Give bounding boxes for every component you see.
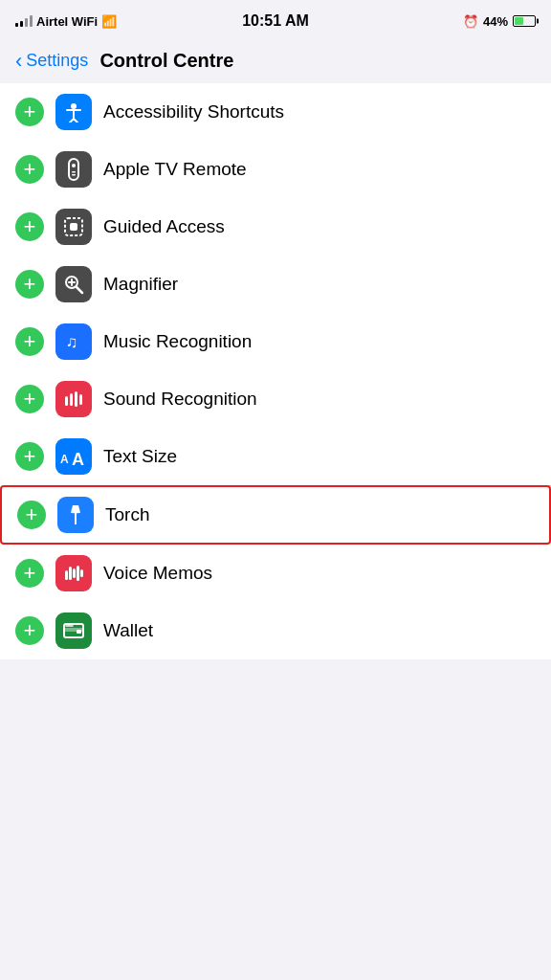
icon-accessibility-shortcuts (55, 94, 92, 130)
item-label-accessibility-shortcuts: Accessibility Shortcuts (103, 101, 284, 122)
item-label-torch: Torch (105, 504, 149, 525)
add-button-sound-recognition[interactable]: + (15, 385, 44, 413)
item-label-guided-access: Guided Access (103, 216, 225, 237)
carrier-label: Airtel WiFi (36, 14, 98, 29)
list-item: + Guided Access (0, 198, 551, 256)
svg-rect-12 (65, 396, 68, 406)
status-time: 10:51 AM (242, 12, 309, 30)
svg-rect-14 (75, 391, 77, 407)
svg-rect-18 (65, 570, 68, 580)
item-label-voice-memos: Voice Memos (103, 563, 212, 584)
add-button-torch[interactable]: + (17, 501, 46, 529)
icon-text-size: A A (55, 438, 92, 475)
alarm-icon: ⏰ (463, 14, 478, 29)
back-button[interactable]: ‹ Settings (15, 51, 88, 72)
svg-rect-21 (77, 566, 79, 581)
item-label-apple-tv-remote: Apple TV Remote (103, 159, 247, 180)
add-button-voice-memos[interactable]: + (15, 559, 44, 588)
item-label-sound-recognition: Sound Recognition (103, 389, 257, 410)
item-label-magnifier: Magnifier (103, 274, 178, 295)
item-label-wallet: Wallet (103, 620, 153, 641)
icon-apple-tv-remote (55, 151, 92, 188)
status-bar: Airtel WiFi 📶 10:51 AM ⏰ 44% (0, 0, 551, 42)
svg-rect-3 (72, 171, 76, 173)
page-title: Control Centre (99, 50, 233, 72)
item-label-music-recognition: Music Recognition (103, 331, 252, 352)
svg-text:♫: ♫ (66, 333, 78, 351)
svg-point-2 (72, 164, 76, 167)
list-item: + Voice Memos (0, 545, 551, 602)
list-item: + Magnifier (0, 256, 551, 313)
signal-icon (15, 15, 33, 27)
icon-voice-memos (55, 555, 92, 591)
icon-magnifier (55, 266, 92, 302)
icon-wallet (55, 612, 92, 649)
list-item-torch: + Torch (0, 485, 551, 545)
add-button-music-recognition[interactable]: + (15, 327, 44, 356)
svg-rect-1 (69, 159, 78, 180)
svg-text:A: A (72, 450, 84, 467)
settings-list: + Accessibility Shortcuts + Apple TV Rem… (0, 83, 551, 659)
icon-torch (57, 497, 94, 533)
wifi-icon: 📶 (101, 14, 117, 29)
list-item: + Sound Recognition (0, 370, 551, 428)
list-item: + Accessibility Shortcuts (0, 83, 551, 141)
list-item: + A A Text Size (0, 428, 551, 485)
list-item: + Apple TV Remote (0, 141, 551, 198)
chevron-left-icon: ‹ (15, 51, 22, 72)
back-label: Settings (26, 51, 88, 71)
item-label-text-size: Text Size (103, 446, 177, 467)
list-item: + Wallet (0, 602, 551, 659)
add-button-text-size[interactable]: + (15, 442, 44, 471)
battery-icon (513, 15, 536, 27)
icon-sound-recognition (55, 381, 92, 417)
add-button-accessibility-shortcuts[interactable]: + (15, 98, 44, 126)
svg-rect-13 (70, 393, 73, 406)
svg-point-0 (71, 103, 77, 109)
svg-rect-20 (73, 568, 76, 578)
add-button-magnifier[interactable]: + (15, 270, 44, 299)
svg-rect-25 (77, 630, 81, 634)
svg-rect-19 (69, 567, 72, 580)
add-button-apple-tv-remote[interactable]: + (15, 155, 44, 184)
svg-rect-15 (79, 394, 82, 405)
add-button-guided-access[interactable]: + (15, 212, 44, 241)
battery-percent: 44% (483, 14, 508, 29)
icon-music-recognition: ♫ (55, 323, 92, 360)
svg-rect-22 (80, 569, 83, 577)
status-left: Airtel WiFi 📶 (15, 14, 117, 29)
nav-bar: ‹ Settings Control Centre (0, 42, 551, 83)
icon-guided-access (55, 209, 92, 245)
svg-rect-6 (70, 223, 77, 231)
add-button-wallet[interactable]: + (15, 616, 44, 645)
svg-text:A: A (60, 453, 69, 466)
list-item: + ♫ Music Recognition (0, 313, 551, 370)
svg-rect-4 (72, 174, 76, 176)
status-right: ⏰ 44% (463, 14, 536, 29)
svg-line-8 (77, 287, 82, 293)
